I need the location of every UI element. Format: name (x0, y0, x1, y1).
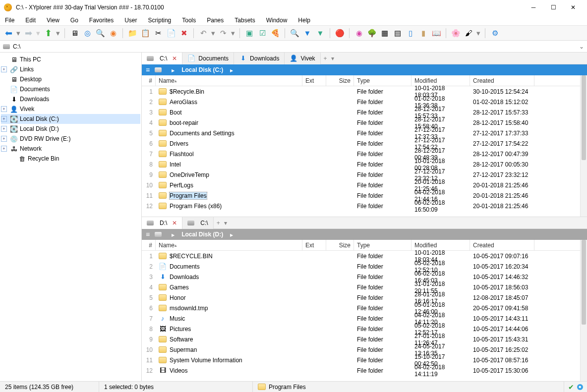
zoom-icon[interactable]: 🔍 (95, 28, 106, 39)
tab-add-icon[interactable]: + (324, 55, 327, 62)
file-list[interactable]: #NameExtSizeTypeModifiedCreated1$Recycle… (142, 75, 587, 217)
file-row[interactable]: 12🎞VideosFile folder04-02-2018 14:11:191… (142, 365, 580, 376)
tab-menu-icon[interactable]: ▾ (224, 220, 227, 226)
pie-icon[interactable]: 🔴 (334, 28, 345, 39)
header-#[interactable]: # (142, 240, 156, 250)
tab-add-icon[interactable]: + (217, 220, 220, 226)
tree-desktop[interactable]: 🖥Desktop (1, 74, 140, 84)
tree-documents[interactable]: 📄Documents (1, 84, 140, 94)
table-icon[interactable]: ▤ (392, 28, 403, 39)
menu-window[interactable]: Window (264, 16, 290, 25)
file-row[interactable]: 10PerfLogsFile folder20-01-2018 21:25:46… (142, 180, 580, 190)
menu-user[interactable]: User (122, 16, 139, 25)
tab-documents[interactable]: 📄Documents (182, 53, 234, 64)
file-row[interactable]: 8IntelFile folder10-01-2018 00:28:0828-1… (142, 159, 580, 169)
ok-icon[interactable]: ✔ (568, 383, 574, 391)
header-#[interactable]: # (142, 75, 156, 86)
play-icon[interactable]: ◉ (108, 28, 118, 39)
tree-local-disk-c-[interactable]: +💽Local Disk (C:) (1, 114, 140, 124)
expand-icon[interactable] (9, 156, 15, 162)
hamburger-icon[interactable]: ≡ (146, 66, 150, 74)
file-row[interactable]: 8🖼PicturesFile folder05-02-2018 12:52:17… (142, 324, 580, 334)
maximize-button[interactable]: ☐ (543, 0, 563, 15)
file-row[interactable]: 3⬇DownloadsFile folder06-02-2018 16:45:0… (142, 272, 580, 282)
menu-tools[interactable]: Tools (180, 16, 198, 25)
file-row[interactable]: 3BootFile folder28-12-2017 15:57:3328-12… (142, 107, 580, 117)
forward-button[interactable]: ➡ (23, 28, 34, 39)
brush-icon[interactable]: 🖌 (463, 28, 474, 39)
tree-links[interactable]: +🔗Links (1, 64, 140, 74)
menu-help[interactable]: Help (296, 16, 312, 25)
breadcrumb[interactable]: ≡Local Disk (D:) (142, 229, 587, 240)
tab-c[interactable]: C:\ (182, 217, 213, 229)
menu-scripting[interactable]: Scripting (146, 16, 174, 25)
panel-icon[interactable]: ▣ (244, 28, 255, 39)
tree-network[interactable]: +🖧Network (1, 144, 140, 154)
menu-favorites[interactable]: Favorites (87, 16, 116, 25)
close-button[interactable]: ✕ (563, 0, 583, 15)
tab-vivek[interactable]: 👤Vivek (285, 53, 320, 64)
tree-downloads[interactable]: ⬇Downloads (1, 94, 140, 104)
up-dropdown[interactable]: ▾ (56, 28, 60, 39)
file-row[interactable]: 7FlashtoolFile folder28-12-2017 00:48:39… (142, 149, 580, 159)
split-icon[interactable]: ▯ (405, 28, 416, 39)
header-size[interactable]: Size (326, 75, 354, 86)
pizza-icon[interactable]: 🍕 (270, 28, 281, 39)
addressbar[interactable]: C:\ ⌄ (0, 41, 587, 53)
expand-icon[interactable] (1, 56, 7, 62)
expand-icon[interactable] (1, 86, 7, 92)
tree-local-disk-d-[interactable]: +💽Local Disk (D:) (1, 124, 140, 134)
scrollbar[interactable] (580, 240, 587, 381)
back-button[interactable]: ⬅ (3, 28, 14, 39)
header-created[interactable]: Created (470, 240, 534, 250)
tree-recycle-bin[interactable]: 🗑Recycle Bin (1, 154, 140, 164)
back-dropdown[interactable]: ▾ (16, 28, 21, 39)
brush-dropdown[interactable]: ▾ (476, 28, 481, 39)
up-button[interactable]: ⬆ (43, 28, 54, 39)
expand-icon[interactable]: + (1, 146, 7, 152)
expand-icon[interactable]: + (1, 66, 7, 72)
tab-d[interactable]: D:\✕ (142, 217, 182, 229)
file-row[interactable]: 9SoftwareFile folder27-01-2018 11:26:471… (142, 334, 580, 344)
tab-c[interactable]: C:\✕ (142, 53, 182, 64)
forward-dropdown[interactable]: ▾ (36, 28, 41, 39)
file-row[interactable]: 2📄DocumentsFile folder05-02-2018 12:52:1… (142, 261, 580, 272)
file-row[interactable]: 5Documents and SettingsFile folder27-12-… (142, 128, 580, 138)
expand-icon[interactable]: + (1, 116, 7, 122)
file-row[interactable]: 6msdownld.tmpFile folder05-01-2018 12:46… (142, 303, 580, 313)
file-row[interactable]: 10SupermanFile folder24-05-2017 13:16:35… (142, 344, 580, 355)
header-ext[interactable]: Ext (302, 75, 326, 86)
file-row[interactable]: 5HonorFile folder28-01-2018 16:16:1712-0… (142, 292, 580, 303)
menu-file[interactable]: File (3, 16, 16, 25)
box-icon[interactable]: ▮ (418, 28, 429, 39)
menu-tabsets[interactable]: Tabsets (233, 16, 257, 25)
tab-downloads[interactable]: ⬇Downloads (234, 53, 285, 64)
tree-vivek[interactable]: +👤Vivek (1, 104, 140, 114)
scrollbar[interactable] (580, 75, 587, 217)
tree-this-pc[interactable]: 🖥This PC (1, 55, 140, 64)
flower-icon[interactable]: 🌸 (450, 28, 461, 39)
expand-icon[interactable]: + (1, 106, 7, 112)
file-row[interactable]: 1$Recycle.BinFile folder10-01-2018 18:03… (142, 86, 580, 97)
redo-icon[interactable]: ↷ (218, 28, 229, 39)
tab-close-icon[interactable]: ✕ (172, 220, 177, 226)
minimize-button[interactable]: ─ (524, 0, 543, 15)
file-row[interactable]: 9OneDriveTempFile folder27-12-2017 23:32… (142, 169, 580, 180)
header-type[interactable]: Type (354, 240, 411, 250)
header-size[interactable]: Size (326, 240, 354, 250)
file-row[interactable]: 1$RECYCLE.BINFile folder10-01-2018 18:03… (142, 251, 580, 261)
file-row[interactable]: 11System Volume InformationFile folder15… (142, 355, 580, 365)
target-icon[interactable]: ◎ (82, 28, 93, 39)
delete-icon[interactable]: ✖ (178, 28, 189, 39)
expand-icon[interactable] (1, 96, 7, 102)
menu-panes[interactable]: Panes (205, 16, 226, 25)
filter-icon[interactable]: ▼ (302, 28, 313, 39)
paste-icon[interactable]: 📄 (166, 28, 176, 39)
menu-view[interactable]: View (45, 16, 61, 25)
file-row[interactable]: 7♪MusicFile folder04-02-2018 14:11:2010-… (142, 313, 580, 324)
stop-icon[interactable]: ■ (577, 384, 583, 390)
tree-icon[interactable]: 🌳 (366, 28, 377, 39)
menu-edit[interactable]: Edit (23, 16, 38, 25)
cut-icon[interactable]: ✂ (153, 28, 164, 39)
folder-tree[interactable]: 🖥This PC+🔗Links🖥Desktop📄Documents⬇Downlo… (0, 53, 142, 381)
